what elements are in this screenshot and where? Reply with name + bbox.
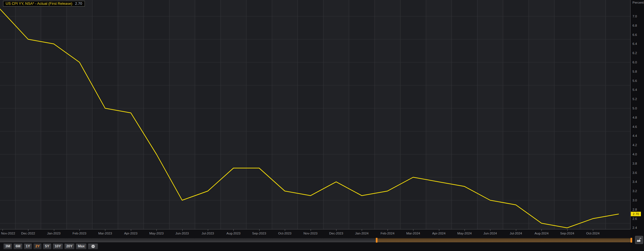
range-button-max[interactable]: Max (76, 243, 87, 249)
y-tick-label: 4.2 (632, 143, 644, 147)
y-tick-label: 6.0 (632, 60, 644, 64)
range-button-10y[interactable]: 10Y (53, 243, 63, 249)
x-tick-mark (336, 229, 336, 231)
series-latest-value: 2.70 (75, 1, 82, 6)
range-button-3m[interactable]: 3M (3, 243, 12, 249)
x-tick-label: Jul-2023 (195, 232, 220, 235)
y-tick-label: 3.6 (632, 171, 644, 175)
series-name: US CPI YY, NSA* - Actual (First Release) (6, 1, 72, 6)
x-tick-label: Jan-2023 (41, 232, 67, 235)
y-tick-label: 5.4 (632, 88, 644, 92)
x-tick-label: May-2024 (452, 232, 477, 235)
x-tick-mark (567, 229, 568, 231)
y-tick-label: 6.6 (632, 33, 644, 37)
y-tick-label: 5.2 (632, 97, 644, 101)
y-tick-label: 6.4 (632, 42, 644, 46)
x-tick-mark (311, 229, 311, 231)
month-band (67, 0, 92, 229)
x-tick-label: Oct-2024 (580, 232, 606, 235)
x-tick-mark (439, 229, 439, 231)
month-band (15, 0, 41, 229)
x-tick-mark (593, 229, 593, 231)
y-tick-label: 5.8 (632, 70, 644, 73)
x-tick-label: Apr-2023 (118, 232, 144, 235)
x-tick-mark (465, 229, 465, 231)
x-tick-mark (208, 229, 208, 231)
y-tick-label: 4.6 (632, 125, 644, 129)
series-legend[interactable]: US CPI YY, NSA* - Actual (First Release)… (3, 1, 85, 6)
x-tick-label: Jul-2024 (503, 232, 529, 235)
x-tick-mark (259, 229, 260, 231)
month-band (118, 0, 144, 229)
cpi-line-chart (0, 0, 630, 229)
x-tick-mark (285, 229, 285, 231)
range-button-20y[interactable]: 20Y (64, 243, 74, 249)
month-band (477, 0, 503, 229)
x-tick-mark (362, 229, 362, 231)
range-button-2y[interactable]: 2Y (33, 243, 42, 249)
cpi-chart-window: US CPI YY, NSA* - Actual (First Release)… (0, 0, 644, 251)
x-tick-mark (3, 229, 3, 231)
x-tick-label: Aug-2024 (529, 232, 554, 235)
y-tick-label: 5.0 (632, 106, 644, 110)
x-tick-label: Sep-2023 (247, 232, 272, 235)
x-tick-mark (413, 229, 413, 231)
x-tick-label: May-2023 (144, 232, 169, 235)
x-tick-label: Aug-2023 (221, 232, 246, 235)
x-tick-mark (182, 229, 183, 231)
y-tick-label: 3.4 (632, 180, 644, 184)
x-tick-mark (156, 229, 157, 231)
y-tick-label: 2.6 (632, 217, 644, 221)
x-tick-label: Jun-2023 (170, 232, 195, 235)
y-tick-label: 3.0 (632, 198, 644, 202)
month-band (221, 0, 246, 229)
chart-append-button[interactable] (635, 236, 643, 244)
month-band (529, 0, 554, 229)
y-tick-label: 4.0 (632, 152, 644, 156)
month-band (375, 0, 400, 229)
x-tick-label: Jan-2024 (349, 232, 374, 235)
x-tick-mark (28, 229, 28, 231)
x-axis-line (0, 229, 631, 229)
x-tick-label: Dec-2023 (324, 232, 349, 235)
range-button-1y[interactable]: 1Y (24, 243, 32, 249)
chart-settings-button[interactable] (88, 243, 98, 249)
latest-value-badge: 2.70 (631, 212, 641, 216)
x-tick-label: Sep-2024 (555, 232, 580, 235)
x-tick-label: Apr-2024 (426, 232, 452, 235)
x-tick-label: Dec-2022 (15, 232, 41, 235)
y-tick-label: 7.0 (632, 14, 644, 18)
x-tick-label: Nov-2023 (298, 232, 323, 235)
range-handle-right[interactable] (631, 238, 632, 243)
range-button-5y[interactable]: 5Y (43, 243, 51, 249)
month-band (323, 0, 349, 229)
cpi-series-line (0, 0, 618, 228)
range-button-6m[interactable]: 6M (13, 243, 22, 249)
x-tick-mark (79, 229, 80, 231)
x-tick-mark (541, 229, 542, 231)
gear-icon (91, 244, 95, 248)
y-tick-label: 6.8 (632, 24, 644, 27)
month-band (272, 0, 297, 229)
x-tick-label: Mar-2023 (92, 232, 118, 235)
x-tick-mark (131, 229, 131, 231)
y-tick-label: 6.2 (632, 51, 644, 55)
y-tick-label: 5.6 (632, 79, 644, 83)
range-handle-left[interactable] (376, 238, 377, 243)
timeline-selected-range[interactable] (376, 238, 632, 242)
y-tick-label: 2.4 (632, 226, 644, 230)
month-band (169, 0, 195, 229)
x-tick-label: Feb-2023 (67, 232, 92, 235)
x-tick-mark (516, 229, 516, 231)
month-band (580, 0, 606, 229)
y-tick-label: 4.4 (632, 134, 644, 138)
x-tick-mark (388, 229, 388, 231)
x-tick-mark (233, 229, 234, 231)
chart-append-icon (636, 237, 642, 243)
x-tick-mark (54, 229, 54, 231)
price-chart-plot-area[interactable] (0, 0, 630, 229)
x-tick-mark (105, 229, 105, 231)
y-tick-label: 4.8 (632, 116, 644, 119)
range-button-row: 3M6M1Y2Y5Y10Y20YMax (3, 243, 98, 249)
y-tick-label: 3.8 (632, 162, 644, 165)
